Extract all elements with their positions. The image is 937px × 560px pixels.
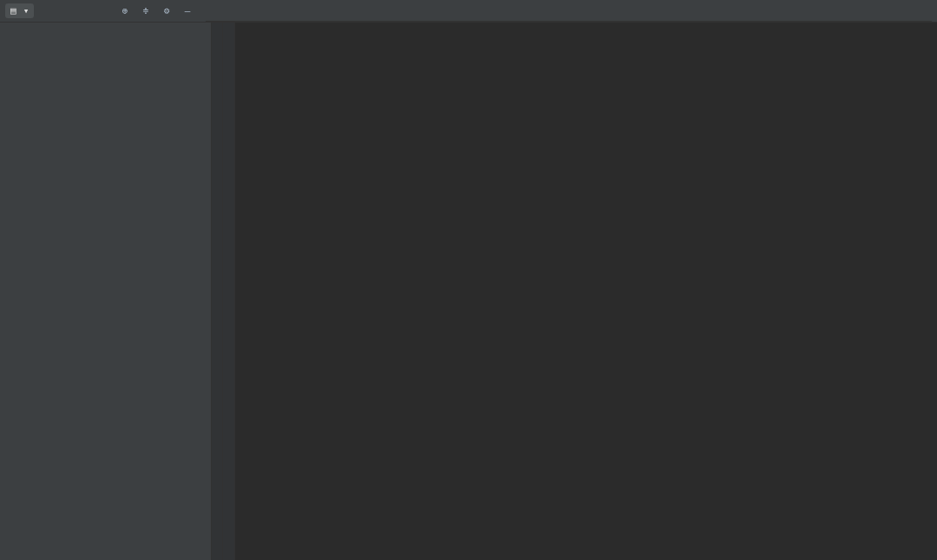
project-toolbar: ▤ ▾ ⊕ ≑ ⚙ — — [0, 0, 937, 23]
expand-icon[interactable]: ≑ — [138, 3, 154, 19]
main-split — [0, 23, 937, 560]
hide-icon[interactable]: — — [180, 3, 195, 19]
locate-icon[interactable]: ⊕ — [117, 3, 133, 19]
editor-area — [212, 23, 937, 560]
code-editor[interactable] — [235, 23, 937, 560]
chevron-down-icon: ▾ — [23, 5, 29, 16]
ide-root: ▤ ▾ ⊕ ≑ ⚙ — — [0, 0, 937, 560]
line-number-gutter[interactable] — [212, 23, 223, 560]
gear-icon[interactable]: ⚙ — [159, 3, 174, 19]
project-tree[interactable] — [0, 23, 212, 560]
folder-icon: ▤ — [10, 5, 16, 16]
project-view-dropdown[interactable]: ▤ ▾ — [5, 3, 34, 18]
editor-tabs — [206, 1, 932, 22]
fold-strip[interactable] — [223, 23, 235, 560]
